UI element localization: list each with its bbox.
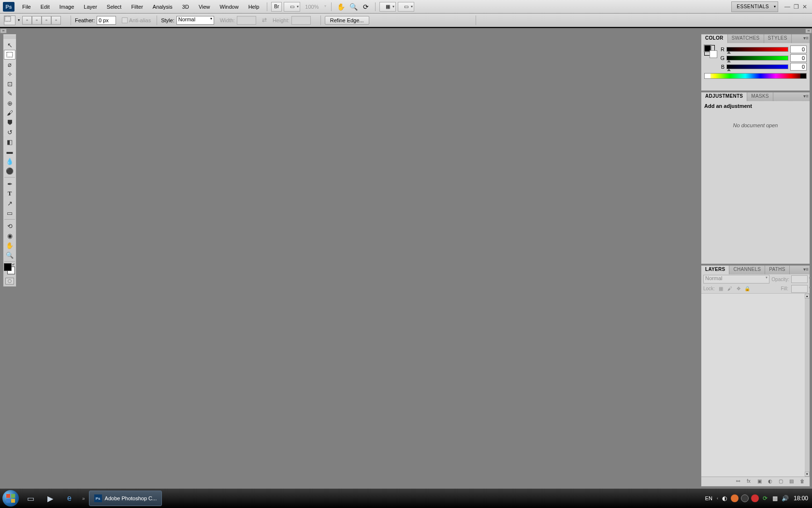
tab-masks[interactable]: MASKS [747, 92, 773, 101]
volume-icon[interactable]: 🔊 [782, 494, 789, 502]
menu-image[interactable]: Image [55, 0, 79, 14]
history-brush-tool[interactable]: ↺ [4, 127, 15, 137]
tab-swatches[interactable]: SWATCHES [728, 34, 764, 43]
r-input[interactable] [790, 45, 807, 53]
menu-select[interactable]: Select [102, 0, 127, 14]
tray-icon[interactable] [731, 494, 739, 502]
menu-layer[interactable]: Layer [79, 0, 102, 14]
canvas-area[interactable] [18, 35, 700, 489]
gradient-tool[interactable]: ▬ [4, 147, 15, 156]
heal-tool[interactable]: ⊕ [4, 98, 15, 108]
maximize-icon[interactable]: ❐ [793, 3, 799, 10]
link-layers-icon[interactable]: ⚯ [736, 478, 743, 485]
taskbar-explorer-icon[interactable]: ▭ [21, 490, 41, 507]
quick-mask-button[interactable] [5, 278, 14, 284]
menu-file[interactable]: File [17, 0, 36, 14]
b-input[interactable] [790, 63, 807, 71]
pen-tool[interactable]: ✒ [4, 179, 15, 189]
taskbar-media-icon[interactable]: ▶ [41, 490, 60, 507]
zoom-tool[interactable]: 🔍 [4, 250, 15, 260]
taskbar-app-button[interactable]: Ps Adobe Photoshop C... [89, 491, 162, 506]
new-layer-icon[interactable]: ▤ [789, 478, 796, 485]
refine-edge-button[interactable]: Refine Edge... [325, 16, 369, 25]
tray-expand-icon[interactable]: ‹ [717, 496, 718, 501]
tab-paths[interactable]: PATHS [765, 266, 789, 274]
close-icon[interactable]: ✕ [801, 3, 808, 10]
hand-tool-icon[interactable]: ✋ [335, 2, 346, 12]
blur-tool[interactable]: 💧 [4, 156, 15, 166]
tray-icon[interactable]: ◐ [721, 494, 728, 502]
brush-tool[interactable]: 🖌 [4, 108, 15, 118]
layer-style-icon[interactable]: fx [747, 478, 754, 485]
clock[interactable]: 18:00 [794, 495, 808, 502]
app-logo[interactable]: Ps [3, 2, 14, 12]
menu-analysis[interactable]: Analysis [148, 0, 177, 14]
language-indicator[interactable]: EN [705, 495, 712, 501]
hand-tool[interactable]: ✋ [4, 240, 15, 250]
feather-input[interactable] [97, 16, 116, 25]
layer-mask-icon[interactable]: ▣ [757, 478, 764, 485]
delete-layer-icon[interactable]: 🗑 [800, 478, 807, 485]
layers-list[interactable]: ▴ ▾ [701, 294, 810, 477]
scroll-down-icon[interactable]: ▾ [805, 472, 810, 477]
marquee-tool[interactable] [4, 50, 15, 60]
rotate-view-icon[interactable]: ⟳ [361, 2, 371, 12]
lasso-tool[interactable]: ⌀ [4, 60, 15, 69]
g-slider[interactable] [726, 56, 788, 60]
tray-icon[interactable]: ▦ [771, 494, 779, 502]
tray-icon[interactable] [741, 494, 749, 502]
panel-menu-icon[interactable]: ▾≡ [803, 35, 809, 41]
move-tool[interactable]: ↖ [4, 40, 15, 50]
zoom-tool-icon[interactable]: 🔍 [348, 2, 359, 12]
foreground-color[interactable] [4, 263, 12, 271]
panel-menu-icon[interactable]: ▾≡ [803, 93, 809, 99]
selection-subtract-icon[interactable]: ▫ [42, 16, 51, 25]
eraser-tool[interactable]: ◧ [4, 137, 15, 147]
tab-color[interactable]: COLOR [701, 34, 728, 43]
scrollbar[interactable]: ▴ ▾ [805, 294, 810, 477]
menu-window[interactable]: Window [215, 0, 244, 14]
panel-menu-icon[interactable]: ▾≡ [803, 267, 809, 272]
r-slider[interactable] [726, 47, 788, 52]
selection-new-icon[interactable]: ▫ [22, 16, 32, 25]
tab-adjustments[interactable]: ADJUSTMENTS [701, 92, 747, 101]
minimize-icon[interactable]: — [784, 3, 791, 10]
swap-colors-icon[interactable]: ⤾ [12, 262, 16, 266]
adjustment-layer-icon[interactable]: ◐ [768, 478, 775, 485]
selection-intersect-icon[interactable]: ▫ [51, 16, 61, 25]
workspace-switcher[interactable]: ESSENTIALS [731, 1, 778, 12]
panels-collapse-icon[interactable]: ‹‹ [805, 29, 812, 33]
crop-tool[interactable]: ⊡ [4, 79, 15, 89]
menu-view[interactable]: View [194, 0, 215, 14]
new-group-icon[interactable]: ▢ [779, 478, 785, 485]
tab-styles[interactable]: STYLES [764, 34, 792, 43]
color-swatches[interactable]: ⤾ [4, 263, 15, 275]
b-slider[interactable] [726, 64, 788, 69]
type-tool[interactable]: T [4, 189, 15, 198]
start-button[interactable] [0, 489, 21, 508]
menu-3d[interactable]: 3D [177, 0, 194, 14]
eyedropper-tool[interactable]: ✎ [4, 89, 15, 98]
style-select[interactable]: Normal [176, 16, 214, 25]
color-swatch-preview[interactable] [704, 45, 715, 56]
screen-mode-dropdown[interactable]: ▭ [398, 2, 414, 12]
screen-mode-button[interactable]: ▭ [284, 2, 300, 12]
scroll-up-icon[interactable]: ▴ [805, 294, 810, 299]
taskbar-chevron-icon[interactable]: » [79, 496, 88, 501]
tray-icon[interactable] [751, 494, 759, 502]
tab-channels[interactable]: CHANNELS [729, 266, 765, 274]
zoom-level[interactable]: 100% [301, 4, 328, 10]
bridge-button[interactable]: Br [271, 2, 282, 12]
menu-edit[interactable]: Edit [36, 0, 55, 14]
tab-layers[interactable]: LAYERS [701, 266, 729, 274]
toolbox-grip[interactable] [3, 35, 16, 39]
g-input[interactable] [790, 54, 807, 62]
stamp-tool[interactable]: ⛊ [4, 118, 15, 127]
color-ramp[interactable] [704, 73, 807, 79]
selection-add-icon[interactable]: ▫ [32, 16, 42, 25]
menu-filter[interactable]: Filter [126, 0, 147, 14]
3d-rotate-tool[interactable]: ⟲ [4, 221, 15, 231]
dodge-tool[interactable]: ⚫ [4, 166, 15, 176]
current-tool-icon[interactable] [4, 15, 15, 25]
toolbox-collapse-icon[interactable]: ›› [0, 29, 7, 33]
